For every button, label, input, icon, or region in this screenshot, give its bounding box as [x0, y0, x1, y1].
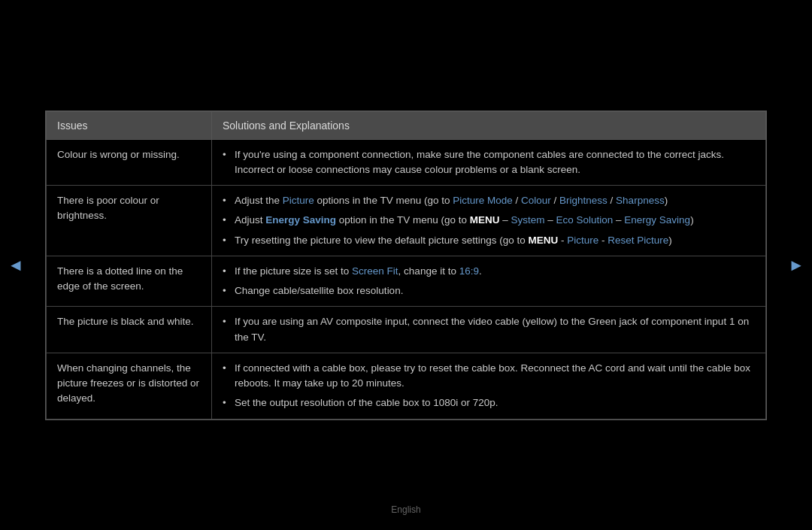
- issue-cell: Colour is wrong or missing.: [47, 139, 212, 186]
- solution-cell: Adjust the Picture options in the TV men…: [212, 186, 766, 256]
- issue-cell: The picture is black and white.: [47, 307, 212, 353]
- list-item: Adjust Energy Saving option in the TV me…: [223, 213, 755, 228]
- nav-arrow-left[interactable]: ◄: [8, 256, 24, 275]
- list-item: Try resetting the picture to view the de…: [223, 233, 755, 248]
- header-issues: Issues: [47, 111, 212, 139]
- issue-cell: When changing channels, the picture free…: [47, 353, 212, 419]
- list-item: Change cable/satellite box resolution.: [223, 283, 755, 298]
- issues-table: Issues Solutions and Explanations Colour…: [46, 111, 766, 419]
- footer-language: English: [391, 504, 420, 515]
- list-item: If the picture size is set to Screen Fit…: [223, 264, 755, 279]
- solution-cell: If the picture size is set to Screen Fit…: [212, 256, 766, 307]
- issue-cell: There is poor colour or brightness.: [47, 186, 212, 256]
- main-table-wrapper: Issues Solutions and Explanations Colour…: [45, 111, 767, 420]
- page-container: ◄ ► Issues Solutions and Explanations Co…: [0, 0, 812, 530]
- list-item: If you're using a component connection, …: [223, 147, 755, 178]
- list-item: If you are using an AV composite input, …: [223, 314, 755, 345]
- list-item: If connected with a cable box, please tr…: [223, 361, 755, 392]
- table-row: There is a dotted line on the edge of th…: [47, 256, 766, 307]
- solution-cell: If connected with a cable box, please tr…: [212, 353, 766, 419]
- table-header-row: Issues Solutions and Explanations: [47, 111, 766, 139]
- list-item: Adjust the Picture options in the TV men…: [223, 193, 755, 208]
- issue-cell: There is a dotted line on the edge of th…: [47, 256, 212, 307]
- table-row: There is poor colour or brightness.Adjus…: [47, 186, 766, 256]
- header-solutions: Solutions and Explanations: [212, 111, 766, 139]
- solution-cell: If you are using an AV composite input, …: [212, 307, 766, 353]
- solution-cell: If you're using a component connection, …: [212, 139, 766, 186]
- table-row: Colour is wrong or missing.If you're usi…: [47, 139, 766, 186]
- table-row: When changing channels, the picture free…: [47, 353, 766, 419]
- list-item: Set the output resolution of the cable b…: [223, 395, 755, 410]
- nav-arrow-right[interactable]: ►: [788, 256, 804, 275]
- table-row: The picture is black and white.If you ar…: [47, 307, 766, 353]
